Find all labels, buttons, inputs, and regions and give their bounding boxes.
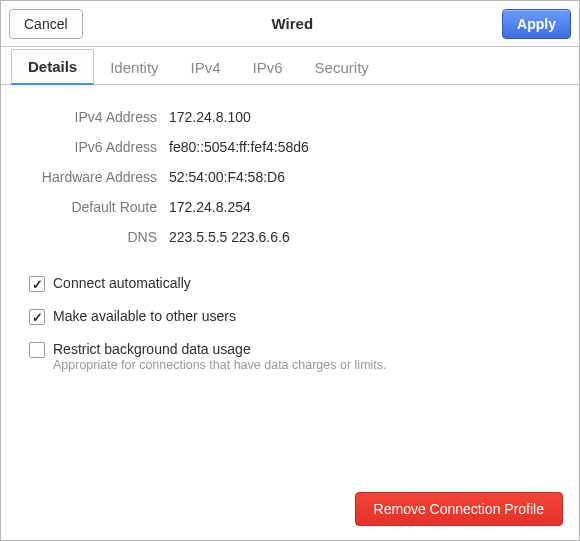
tabbar: Details Identity IPv4 IPv6 Security (1, 47, 579, 85)
label-ipv4-address: IPv4 Address (29, 109, 169, 125)
value-dns: 223.5.5.5 223.6.6.6 (169, 229, 290, 245)
label-restrict-background-data: Restrict background data usage (53, 341, 387, 357)
checkbox-connect-automatically[interactable] (29, 276, 45, 292)
tab-ipv4[interactable]: IPv4 (175, 51, 237, 84)
checkbox-restrict-background-data[interactable] (29, 342, 45, 358)
option-available-to-others[interactable]: Make available to other users (29, 308, 551, 325)
label-ipv6-address: IPv6 Address (29, 139, 169, 155)
label-default-route: Default Route (29, 199, 169, 215)
tab-identity[interactable]: Identity (94, 51, 174, 84)
tab-security[interactable]: Security (299, 51, 385, 84)
options-group: Connect automatically Make available to … (29, 275, 551, 372)
tab-details[interactable]: Details (11, 49, 94, 85)
row-ipv6-address: IPv6 Address fe80::5054:ff:fef4:58d6 (29, 139, 551, 155)
row-dns: DNS 223.5.5.5 223.6.6.6 (29, 229, 551, 245)
checkbox-available-to-others[interactable] (29, 309, 45, 325)
titlebar: Cancel Wired Apply (1, 1, 579, 47)
label-dns: DNS (29, 229, 169, 245)
value-hardware-address: 52:54:00:F4:58:D6 (169, 169, 285, 185)
label-connect-automatically: Connect automatically (53, 275, 191, 291)
row-ipv4-address: IPv4 Address 172.24.8.100 (29, 109, 551, 125)
label-hardware-address: Hardware Address (29, 169, 169, 185)
row-default-route: Default Route 172.24.8.254 (29, 199, 551, 215)
value-ipv6-address: fe80::5054:ff:fef4:58d6 (169, 139, 309, 155)
label-available-to-others: Make available to other users (53, 308, 236, 324)
option-restrict-background-data[interactable]: Restrict background data usage Appropria… (29, 341, 551, 372)
remove-connection-profile-button[interactable]: Remove Connection Profile (355, 492, 563, 526)
value-default-route: 172.24.8.254 (169, 199, 251, 215)
cancel-button[interactable]: Cancel (9, 9, 83, 39)
apply-button[interactable]: Apply (502, 9, 571, 39)
sublabel-restrict-background-data: Appropriate for connections that have da… (53, 358, 387, 372)
value-ipv4-address: 172.24.8.100 (169, 109, 251, 125)
option-connect-automatically[interactable]: Connect automatically (29, 275, 551, 292)
tab-ipv6[interactable]: IPv6 (237, 51, 299, 84)
details-panel: IPv4 Address 172.24.8.100 IPv6 Address f… (1, 85, 579, 404)
row-hardware-address: Hardware Address 52:54:00:F4:58:D6 (29, 169, 551, 185)
footer: Remove Connection Profile (355, 492, 563, 526)
window-title: Wired (272, 15, 314, 32)
